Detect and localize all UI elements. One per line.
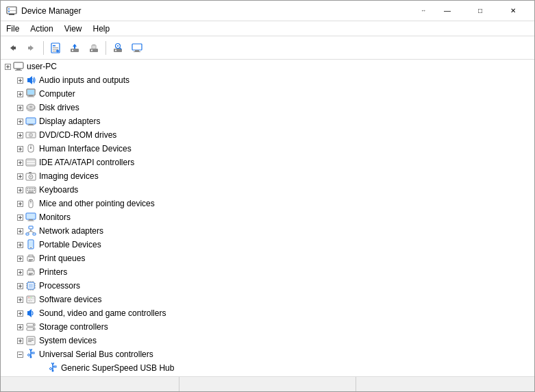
tree-root[interactable]: user-PC (1, 60, 534, 73)
hid-label: Human Interface Devices (39, 144, 132, 154)
menu-view[interactable]: View (59, 21, 88, 36)
tree-item-mice[interactable]: Mice and other pointing devices (1, 197, 534, 210)
svg-point-4 (8, 11, 10, 12)
back-button[interactable] (3, 39, 21, 57)
tree-item-sound[interactable]: Sound, video and game controllers (1, 306, 534, 320)
svg-point-173 (29, 297, 30, 297)
system-expand-icon[interactable] (14, 335, 25, 346)
hid-expand-icon[interactable] (14, 143, 25, 154)
tree-item-monitors[interactable]: Monitors (1, 210, 534, 224)
root-expand-icon[interactable] (2, 61, 13, 72)
resize-icon: ↔ (421, 8, 426, 14)
svg-rect-139 (29, 260, 32, 262)
svg-point-148 (33, 271, 34, 272)
display-view-button[interactable] (128, 39, 146, 57)
usb-label: Universal Serial Bus controllers (39, 350, 153, 359)
svg-rect-137 (29, 255, 33, 257)
imaging-expand-icon[interactable] (14, 171, 25, 182)
svg-marker-18 (73, 44, 77, 49)
svg-rect-6 (14, 47, 16, 49)
svg-rect-198 (32, 352, 34, 354)
tree-item-usb-hub-1[interactable]: Generic SuperSpeed USB Hub (1, 361, 534, 375)
svg-point-55 (29, 106, 32, 108)
uninstall-button[interactable] (85, 39, 103, 57)
audio-expand-icon[interactable] (14, 75, 25, 86)
ide-expand-icon[interactable] (14, 157, 25, 168)
portable-icon (25, 239, 36, 250)
tree-item-printers[interactable]: Printers (1, 265, 534, 279)
menu-help[interactable]: Help (88, 21, 116, 36)
maximize-button[interactable]: □ (464, 1, 496, 21)
tree-item-keyboard[interactable]: Keyboards (1, 183, 534, 197)
tree-item-network[interactable]: Network adapters (1, 224, 534, 238)
svg-rect-48 (29, 95, 33, 97)
menu-bar: File Action View Help (1, 21, 534, 36)
usb-hub1-icon (47, 363, 58, 373)
minimize-button[interactable]: — (432, 1, 463, 21)
tree-item-ide[interactable]: IDE ATA/ATAPI controllers (1, 156, 534, 169)
svg-rect-100 (29, 190, 30, 191)
svg-point-3 (8, 8, 10, 10)
svg-rect-94 (27, 188, 29, 190)
tree-item-imaging[interactable]: Imaging devices (1, 169, 534, 183)
svg-point-208 (52, 370, 54, 372)
tree-item-software[interactable]: </> Software devices (1, 293, 534, 306)
tree-container[interactable]: user-PC Audio inputs and outputs (1, 60, 534, 376)
display-expand-icon[interactable] (14, 116, 25, 127)
window-title: Device Manager (21, 6, 421, 16)
svg-point-185 (33, 324, 34, 326)
svg-rect-30 (132, 44, 142, 50)
close-button[interactable]: ✕ (497, 1, 529, 21)
tree-item-system[interactable]: System devices (1, 334, 534, 347)
mice-expand-icon[interactable] (14, 198, 25, 209)
svg-point-75 (30, 147, 32, 149)
properties-button[interactable]: i (47, 39, 64, 57)
scan-button[interactable] (109, 39, 127, 57)
software-expand-icon[interactable] (14, 294, 25, 305)
tree-item-hid[interactable]: Human Interface Devices (1, 142, 534, 156)
svg-rect-20 (91, 49, 92, 51)
sound-expand-icon[interactable] (14, 308, 25, 319)
svg-rect-122 (33, 233, 36, 235)
tree-item-computer[interactable]: Computer (1, 87, 534, 101)
usb-expand-icon[interactable] (14, 349, 25, 360)
svg-rect-22 (92, 45, 96, 49)
tree-item-print-queues[interactable]: Print queues (1, 252, 534, 265)
update-driver-button[interactable] (66, 39, 84, 57)
tree-item-processors[interactable]: Processors (1, 279, 534, 293)
tree-item-display[interactable]: Display adapters (1, 114, 534, 128)
tree-item-dvd[interactable]: DVD/CD-ROM drives (1, 128, 534, 142)
app-icon (6, 5, 17, 16)
network-expand-icon[interactable] (14, 225, 25, 236)
processors-expand-icon[interactable] (14, 280, 25, 291)
computer-expand-icon[interactable] (14, 88, 25, 99)
disk-expand-icon[interactable] (14, 102, 25, 113)
svg-rect-32 (134, 51, 140, 52)
svg-rect-36 (14, 62, 23, 69)
processors-icon (25, 280, 36, 291)
monitors-expand-icon[interactable] (14, 212, 25, 223)
svg-point-200 (28, 354, 30, 356)
svg-point-126 (30, 230, 32, 232)
sound-label: Sound, video and game controllers (39, 308, 166, 318)
tree-item-portable[interactable]: Portable Devices (1, 238, 534, 252)
status-bar (1, 376, 534, 391)
menu-file[interactable]: File (1, 21, 25, 36)
svg-rect-99 (27, 190, 29, 191)
print-queues-expand-icon[interactable] (14, 253, 25, 264)
forward-button[interactable] (23, 39, 40, 57)
tree-item-storage[interactable]: Storage controllers (1, 320, 534, 334)
menu-action[interactable]: Action (25, 21, 58, 36)
tree-item-usb[interactable]: Universal Serial Bus controllers (1, 347, 534, 361)
toolbar-separator-2 (105, 41, 106, 55)
dvd-expand-icon[interactable] (14, 130, 25, 140)
svg-rect-96 (31, 188, 32, 190)
imaging-icon (25, 171, 36, 182)
tree-item-disk[interactable]: Disk drives (1, 101, 534, 114)
svg-rect-13 (53, 51, 56, 51)
storage-expand-icon[interactable] (14, 321, 25, 332)
keyboard-expand-icon[interactable] (14, 184, 25, 195)
printers-expand-icon[interactable] (14, 267, 25, 278)
portable-expand-icon[interactable] (14, 239, 25, 250)
tree-item-audio[interactable]: Audio inputs and outputs (1, 73, 534, 87)
